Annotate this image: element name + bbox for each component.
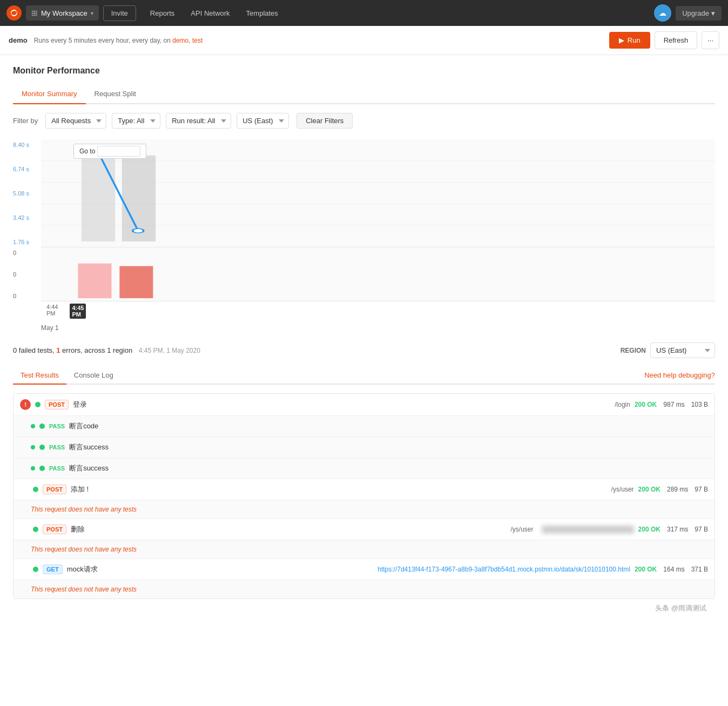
svg-rect-7 [78, 264, 111, 298]
filter-type[interactable]: Type: All [112, 113, 160, 129]
bar-y-2: 0 [13, 293, 39, 299]
status-dot-add [33, 487, 38, 492]
request-path: /login [615, 401, 630, 408]
tab-request-split[interactable]: Request Split [86, 84, 145, 104]
failed-count: 0 failed tests, 1 errors, across 1 regio… [13, 346, 134, 354]
chart-container: 8.40 s 6.74 s 5.08 s 3.42 s 1.76 s Go to [13, 139, 715, 332]
result-tab-links: Test Results Console Log [13, 367, 121, 384]
run-button[interactable]: ▶ Run [609, 32, 650, 49]
region-select[interactable]: US (East) [650, 342, 715, 358]
time-labels: 4:44PM 4:45PM [41, 301, 715, 321]
method-badge-get: GET [43, 564, 63, 574]
request-name: 登录 [73, 400, 606, 409]
response-stats: 200 OK 987 ms 103 B [635, 401, 708, 408]
request-url-mock[interactable]: https://7d413f44-f173-4967-a8b9-3a8f7bdb… [378, 566, 630, 573]
avatar-button[interactable]: ☁ [654, 4, 671, 22]
nav-api-network[interactable]: API Network [183, 6, 237, 21]
no-tests-info: This request does not have any tests [31, 506, 137, 513]
demo-description: Runs every 5 minutes every hour, every d… [34, 37, 203, 44]
table-row: PASS 断言success [14, 458, 714, 479]
chart-goto-input[interactable] [97, 146, 140, 157]
sub-status-dot2 [39, 445, 45, 450]
toolbar: demo Runs every 5 minutes every hour, ev… [0, 26, 728, 55]
time-label-2: 4:45PM [70, 304, 86, 319]
response-stats-mock: 200 OK 164 ms 371 B [635, 566, 708, 573]
filter-row: Filter by All Requests Type: All Run res… [13, 113, 715, 129]
method-badge-post3: POST [43, 525, 66, 534]
request-name-add: 添加 ! [71, 485, 603, 494]
invite-button[interactable]: Invite [103, 5, 136, 21]
tab-console-log[interactable]: Console Log [66, 367, 121, 385]
monitor-tabs: Monitor Summary Request Split [13, 84, 715, 104]
svg-rect-4 [82, 150, 115, 241]
method-badge-post2: POST [43, 485, 66, 494]
table-row: PASS 断言success [14, 437, 714, 458]
request-name-mock: mock请求 [67, 564, 374, 574]
request-name-del: 删除 [71, 525, 502, 534]
demo-name: demo [9, 36, 28, 44]
y-label-3: 5.08 s [13, 190, 39, 197]
bar-y-1: 0 [13, 271, 39, 278]
table-row: POST 删除 /ys/user ████████████████████ 20… [14, 519, 714, 540]
nav-templates[interactable]: Templates [239, 6, 286, 21]
bar-y-0: 0 [13, 250, 39, 256]
tab-monitor-summary[interactable]: Monitor Summary [13, 84, 86, 104]
refresh-button[interactable]: Refresh [655, 31, 698, 49]
upgrade-button[interactable]: Upgrade ▾ [676, 6, 722, 21]
y-label-2: 6.74 s [13, 166, 39, 172]
status-icon-error: ! [20, 399, 31, 410]
no-tests-info3: This request does not have any tests [31, 586, 137, 593]
method-badge-post: POST [45, 400, 69, 409]
filter-region[interactable]: US (East) [237, 113, 289, 129]
run-label: Run [628, 36, 641, 44]
demo-link1[interactable]: demo [172, 37, 188, 44]
nav-links: Reports API Network Templates [143, 6, 286, 21]
grid-icon: ⊞ [31, 9, 38, 17]
pass-badge2: PASS [49, 444, 65, 451]
response-stats-add: 200 OK 289 ms 97 B [638, 486, 708, 493]
table-row: ! POST 登录 /login 200 OK 987 ms 103 B [14, 394, 714, 416]
results-timestamp: 4:45 PM, 1 May 2020 [139, 347, 200, 354]
table-row: GET mock请求 https://7d413f44-f173-4967-a8… [14, 559, 714, 580]
more-button[interactable]: ··· [702, 31, 719, 49]
no-tests-info2: This request does not have any tests [31, 546, 137, 553]
clear-filters-button[interactable]: Clear Filters [296, 113, 353, 129]
tab-test-results[interactable]: Test Results [13, 367, 66, 385]
region-selector: REGION US (East) [621, 342, 715, 358]
status-dot-mock [33, 567, 38, 572]
upgrade-label: Upgrade [682, 9, 709, 17]
debug-link[interactable]: Need help debugging? [644, 371, 715, 379]
watermark: 头条 @雨滴测试 [13, 599, 715, 617]
caret-down-icon: ▾ [91, 10, 93, 16]
status-dot-del [33, 527, 38, 532]
request-path-add: /ys/user [611, 486, 634, 493]
y-label-1: 8.40 s [13, 142, 39, 148]
avatar-icon: ☁ [659, 9, 666, 17]
logo-button[interactable] [6, 5, 22, 21]
nav-reports[interactable]: Reports [143, 6, 183, 21]
demo-link2[interactable]: test [192, 37, 203, 44]
filter-result[interactable]: Run result: All [166, 113, 231, 129]
pass-badge: PASS [49, 423, 65, 429]
chart-tooltip: Go to [73, 144, 146, 159]
test-results-table: ! POST 登录 /login 200 OK 987 ms 103 B PAS… [13, 393, 715, 599]
status-dot [35, 402, 41, 407]
filter-requests[interactable]: All Requests [45, 113, 106, 129]
table-row-info2: This request does not have any tests [14, 540, 714, 559]
workspace-label: My Workspace [41, 9, 87, 17]
results-header: 0 failed tests, 1 errors, across 1 regio… [13, 342, 715, 358]
sub-status-dot [39, 423, 45, 429]
results-summary: 0 failed tests, 1 errors, across 1 regio… [13, 346, 200, 354]
table-row-info: This request does not have any tests [14, 500, 714, 519]
status-icon-pass [31, 424, 35, 428]
sub-status-dot3 [39, 466, 45, 471]
y-label-5: 1.76 s [13, 239, 39, 245]
y-label-4: 3.42 s [13, 214, 39, 221]
topnav: ⊞ My Workspace ▾ Invite Reports API Netw… [0, 0, 728, 26]
request-path-del: /ys/user [511, 526, 534, 533]
workspace-button[interactable]: ⊞ My Workspace ▾ [26, 5, 99, 21]
status-icon-pass3 [31, 466, 35, 470]
filter-label: Filter by [13, 117, 38, 125]
status-icon-pass2 [31, 445, 35, 449]
bar-chart [43, 247, 713, 301]
